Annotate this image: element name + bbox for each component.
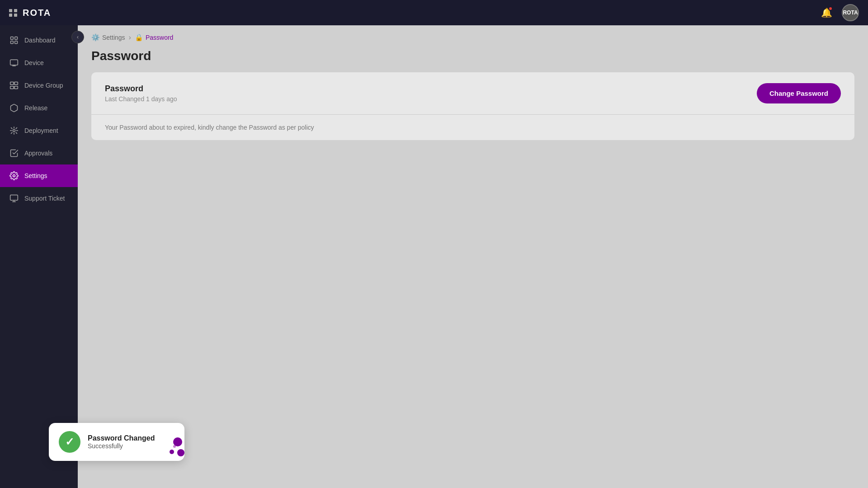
topbar-right: 🔔 ROTA [818, 4, 859, 21]
deployment-icon [9, 126, 19, 136]
settings-icon [9, 171, 19, 181]
svg-rect-0 [11, 37, 14, 40]
sidebar-label-device-group: Device Group [24, 82, 63, 89]
svg-rect-5 [10, 82, 14, 85]
sidebar-item-settings[interactable]: Settings [0, 164, 78, 187]
sidebar-label-support-ticket: Support Ticket [24, 195, 65, 202]
svg-point-9 [13, 130, 15, 132]
breadcrumb-settings-link[interactable]: ⚙️ Settings [91, 33, 125, 42]
breadcrumb: ⚙️ Settings › 🔒 Password [78, 25, 868, 47]
sidebar-item-approvals[interactable]: Approvals [0, 142, 78, 164]
svg-rect-7 [10, 86, 14, 89]
svg-rect-3 [15, 41, 18, 44]
device-group-icon [9, 80, 19, 90]
release-icon [9, 103, 19, 113]
sidebar-label-approvals: Approvals [24, 150, 52, 157]
sidebar-item-dashboard[interactable]: Dashboard [0, 29, 78, 52]
svg-rect-2 [11, 41, 14, 44]
sidebar-label-deployment: Deployment [24, 127, 58, 134]
main-layout: ‹ Dashboard Device Device Group [0, 25, 868, 488]
password-card-header: Password Last Changed 1 days ago Change … [91, 72, 854, 115]
sidebar-item-release[interactable]: Release [0, 97, 78, 119]
chevron-left-icon: ‹ [77, 34, 79, 40]
app-logo: ROTA [23, 8, 51, 18]
sidebar-item-device-group[interactable]: Device Group [0, 74, 78, 97]
breadcrumb-current-label: Password [146, 34, 173, 41]
sidebar-item-deployment[interactable]: Deployment [0, 119, 78, 142]
toast-decoration [153, 429, 184, 461]
checkmark-icon: ✓ [65, 436, 74, 448]
avatar[interactable]: ROTA [842, 4, 859, 21]
password-card-info: Password Last Changed 1 days ago [105, 84, 177, 103]
breadcrumb-separator: › [129, 33, 131, 42]
svg-rect-1 [15, 37, 18, 40]
sidebar-item-device[interactable]: Device [0, 52, 78, 74]
lock-icon: 🔒 [135, 33, 143, 42]
content-area: ⚙️ Settings › 🔒 Password Password Passwo… [78, 25, 868, 488]
device-icon [9, 58, 19, 68]
svg-rect-11 [10, 195, 18, 201]
svg-rect-4 [10, 60, 18, 65]
topbar-left: ROTA [9, 8, 51, 18]
breadcrumb-current: 🔒 Password [135, 33, 173, 42]
sidebar: ‹ Dashboard Device Device Group [0, 25, 78, 488]
notification-badge [828, 6, 833, 11]
approvals-icon [9, 148, 19, 158]
svg-point-10 [13, 175, 15, 177]
card-subtitle: Last Changed 1 days ago [105, 95, 177, 103]
svg-rect-6 [14, 82, 18, 85]
sidebar-item-support-ticket[interactable]: Support Ticket [0, 187, 78, 210]
dashboard-icon [9, 35, 19, 45]
sidebar-collapse-button[interactable]: ‹ [71, 31, 84, 43]
page-title: Password [78, 47, 868, 72]
topbar: ROTA 🔔 ROTA [0, 0, 868, 25]
support-icon [9, 193, 19, 203]
expiry-notice: Your Password about to expired, kindly c… [105, 124, 314, 131]
svg-point-15 [173, 445, 176, 448]
grid-icon[interactable] [9, 9, 17, 17]
password-card-body: Your Password about to expired, kindly c… [91, 115, 854, 140]
change-password-button[interactable]: Change Password [757, 83, 841, 103]
sidebar-label-settings: Settings [24, 172, 47, 179]
sidebar-label-device: Device [24, 59, 44, 66]
toast-notification: ✓ Password Changed Successfully [49, 423, 184, 461]
gear-icon: ⚙️ [91, 33, 100, 42]
breadcrumb-parent-label: Settings [102, 34, 125, 41]
sidebar-label-dashboard: Dashboard [24, 37, 56, 44]
sidebar-label-release: Release [24, 104, 47, 112]
svg-rect-8 [14, 86, 18, 89]
card-title: Password [105, 84, 177, 94]
svg-point-13 [170, 450, 174, 454]
notification-button[interactable]: 🔔 [818, 5, 835, 21]
toast-success-icon: ✓ [59, 431, 80, 453]
password-card: Password Last Changed 1 days ago Change … [91, 72, 854, 140]
svg-point-14 [177, 449, 184, 456]
